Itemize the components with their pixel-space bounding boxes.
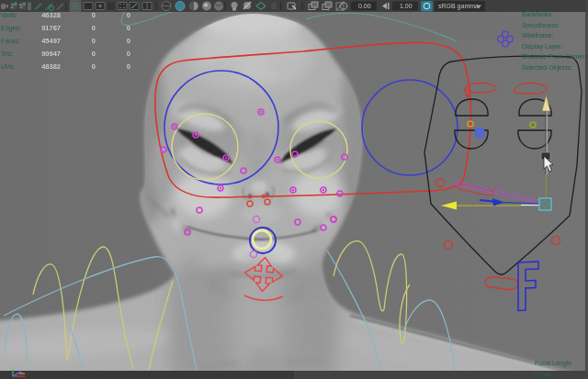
svg-text:Display Layer:: Display Layer:	[522, 43, 562, 50]
svg-text:90947: 90947	[41, 50, 61, 58]
svg-text:91767: 91767	[41, 24, 61, 32]
svg-text:0: 0	[92, 37, 96, 45]
svg-text:Distance From Camera:: Distance From Camera:	[522, 53, 588, 60]
svg-text:0: 0	[127, 62, 130, 71]
svg-text:Frame:: Frame:	[535, 371, 555, 377]
svg-text:0: 0	[92, 62, 96, 71]
svg-text:45497: 45497	[41, 37, 61, 45]
svg-text:0.00: 0.00	[358, 3, 371, 9]
svg-text:0: 0	[127, 37, 130, 45]
svg-text:Backfaces:: Backfaces:	[522, 11, 553, 17]
svg-text:0: 0	[92, 50, 96, 58]
svg-text:2: 2	[11, 3, 15, 9]
svg-text:48382: 48382	[41, 62, 61, 71]
svg-text:Selected Objects:: Selected Objects:	[522, 64, 572, 72]
svg-text:0: 0	[127, 24, 130, 32]
svg-text:46328: 46328	[41, 11, 61, 19]
svg-text:Faces:: Faces:	[1, 38, 20, 44]
svg-text:Tris:: Tris:	[1, 50, 13, 57]
svg-text:Wireframe:: Wireframe:	[522, 32, 553, 39]
svg-text:Verts:: Verts:	[1, 12, 17, 18]
svg-text:0: 0	[92, 11, 96, 19]
svg-text:Focal Length: Focal Length	[535, 360, 572, 367]
svg-text:Edges:: Edges:	[1, 25, 21, 32]
svg-text:sRGB gamma: sRGB gamma	[438, 3, 479, 10]
svg-text:0: 0	[127, 11, 130, 19]
svg-text:0: 0	[92, 24, 96, 32]
svg-text:Smoothness:: Smoothness:	[522, 22, 560, 28]
svg-text:1.00: 1.00	[400, 3, 413, 9]
svg-text:5: 5	[19, 3, 23, 9]
svg-text:0: 0	[127, 50, 130, 58]
svg-text:UVs:: UVs:	[1, 63, 15, 70]
